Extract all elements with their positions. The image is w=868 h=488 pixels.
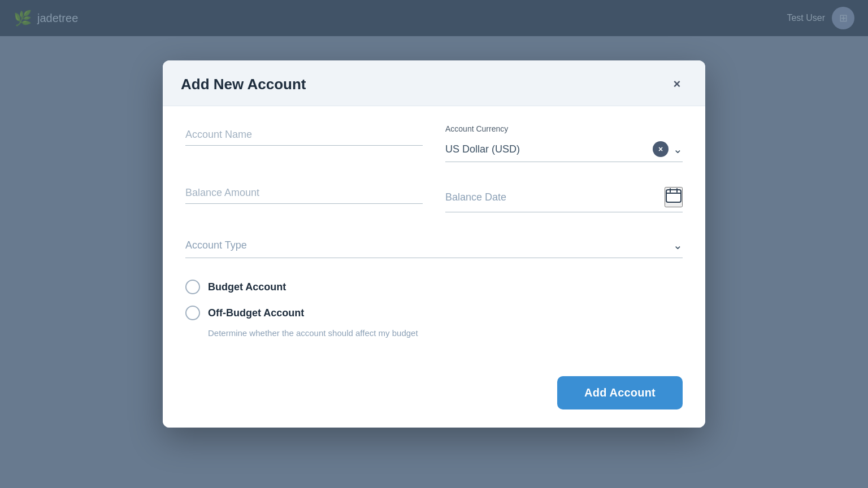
balance-amount-input[interactable] [185,182,423,204]
add-account-modal: Add New Account × Account Currency US Do… [163,60,705,428]
off-budget-account-radio[interactable] [185,306,200,320]
calendar-icon-button[interactable] [665,187,683,207]
account-currency-field: Account Currency US Dollar (USD) × ⌄ [445,124,683,162]
budget-account-radio[interactable] [185,280,200,294]
budget-account-label: Budget Account [208,281,286,293]
currency-label: Account Currency [445,124,683,133]
currency-value: US Dollar (USD) [445,143,648,155]
date-input-wrap: Balance Date [445,182,683,212]
budget-account-option[interactable]: Budget Account [185,274,683,300]
modal-backdrop: Add New Account × Account Currency US Do… [0,0,868,488]
balance-amount-field [185,182,423,212]
modal-header: Add New Account × [163,60,705,106]
account-type-value: Account Type [185,239,673,251]
off-budget-account-option[interactable]: Off-Budget Account [185,300,683,326]
svg-rect-0 [666,190,681,202]
add-account-button[interactable]: Add Account [557,376,683,409]
off-budget-account-label: Off-Budget Account [208,307,304,319]
currency-chevron-icon: ⌄ [673,142,683,156]
account-type-row: Account Type ⌄ [185,233,683,258]
account-name-input[interactable] [185,124,423,146]
account-type-selector[interactable]: Account Type ⌄ [185,233,683,258]
account-budget-radio-group: Budget Account Off-Budget Account Determ… [185,274,683,338]
balance-date-placeholder: Balance Date [445,191,665,203]
account-type-chevron-icon: ⌄ [673,238,683,252]
modal-body: Account Currency US Dollar (USD) × ⌄ Bal… [163,106,705,367]
modal-footer: Add Account [163,367,705,428]
balance-date-field: Balance Date [445,182,683,212]
form-row-2: Balance Date [185,182,683,212]
radio-hint: Determine whether the account should aff… [185,328,683,338]
currency-clear-button[interactable]: × [653,141,669,157]
form-row-1: Account Currency US Dollar (USD) × ⌄ [185,124,683,162]
account-name-field [185,124,423,162]
currency-selector[interactable]: US Dollar (USD) × ⌄ [445,137,683,162]
close-button[interactable]: × [667,74,687,94]
modal-title: Add New Account [181,76,306,93]
